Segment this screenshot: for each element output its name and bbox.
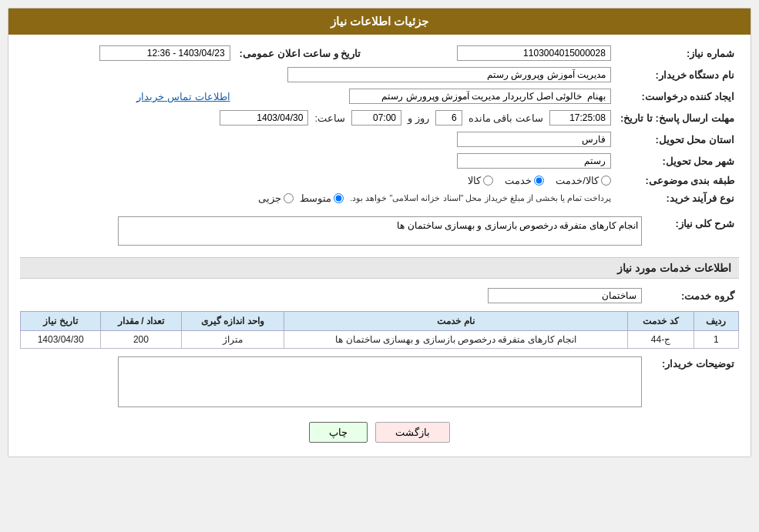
col-date: تاریخ نیاز bbox=[21, 312, 101, 331]
cell-qty: 200 bbox=[101, 331, 181, 349]
table-row: 1 ج-44 انجام کارهای متفرقه درخصوص بازساز… bbox=[21, 331, 739, 349]
deadline-remaining-input bbox=[549, 110, 611, 125]
cell-code: ج-44 bbox=[628, 331, 694, 349]
col-unit: واحد اندازه گیری bbox=[181, 312, 284, 331]
back-button[interactable]: بازگشت bbox=[375, 422, 450, 443]
col-code: کد خدمت bbox=[628, 312, 694, 331]
process-note: پرداخت تمام یا بخشی از مبلغ خریداز محل "… bbox=[350, 193, 611, 203]
services-section-header: اطلاعات خدمات مورد نیاز bbox=[20, 257, 739, 279]
cell-row: 1 bbox=[694, 331, 738, 349]
buyer-desc-textarea[interactable] bbox=[118, 356, 642, 407]
city-input bbox=[457, 153, 611, 169]
deadline-label: مهلت ارسال پاسخ: تا تاریخ: bbox=[616, 107, 739, 129]
category-option-kala[interactable]: کالا bbox=[468, 175, 493, 186]
province-label: استان محل تحویل: bbox=[616, 129, 739, 150]
buyer-org-label: نام دستگاه خریدار: bbox=[616, 64, 739, 85]
need-desc-textarea[interactable]: انجام کارهای متفرقه درخصوص بازسازی و بهس… bbox=[118, 216, 642, 246]
cell-date: 1403/04/30 bbox=[21, 331, 101, 349]
buyer-desc-label: توضیحات خریدار: bbox=[646, 353, 739, 413]
buyer-org-input bbox=[287, 67, 611, 82]
category-option-kala-khedmat[interactable]: کالا/خدمت bbox=[556, 175, 611, 186]
service-group-input bbox=[488, 288, 642, 303]
requester-input bbox=[349, 89, 611, 104]
need-number-label: شماره نیاز: bbox=[616, 42, 739, 64]
need-desc-label: شرح کلی نیاز: bbox=[646, 213, 739, 251]
announce-date-input bbox=[99, 45, 230, 61]
city-label: شهر محل تحویل: bbox=[616, 150, 739, 172]
process-label: نوع فرآیند خرید: bbox=[616, 189, 739, 207]
cell-unit: متراژ bbox=[181, 331, 284, 349]
category-option-khedmat[interactable]: خدمت bbox=[505, 175, 544, 186]
print-button[interactable]: چاپ bbox=[309, 422, 368, 443]
cell-name: انجام کارهای متفرقه درخصوص بازسازی و بهس… bbox=[284, 331, 628, 349]
deadline-day-label: روز و bbox=[408, 112, 429, 124]
deadline-days-input bbox=[435, 110, 462, 125]
need-number-input[interactable] bbox=[457, 45, 611, 61]
col-row: ردیف bbox=[694, 312, 738, 331]
process-option-motavasset[interactable]: متوسط bbox=[300, 192, 344, 204]
col-name: نام خدمت bbox=[284, 312, 628, 331]
button-row: بازگشت چاپ bbox=[20, 413, 739, 449]
deadline-date-input bbox=[220, 110, 308, 125]
announce-date-label: تاریخ و ساعت اعلان عمومی: bbox=[235, 42, 366, 64]
col-qty: تعداد / مقدار bbox=[101, 312, 181, 331]
service-group-label: گروه خدمت: bbox=[646, 285, 739, 306]
requester-label: ایجاد کننده درخواست: bbox=[616, 85, 739, 107]
page-title: جزئیات اطلاعات نیاز bbox=[8, 8, 751, 35]
services-table: ردیف کد خدمت نام خدمت واحد اندازه گیری ت… bbox=[20, 311, 739, 349]
category-label: طبقه بندی موضوعی: bbox=[616, 172, 739, 189]
deadline-time-input bbox=[351, 110, 401, 125]
process-option-jozi[interactable]: جزیی bbox=[258, 192, 294, 204]
province-input bbox=[457, 132, 611, 147]
deadline-remaining-label: ساعت باقی مانده bbox=[468, 112, 543, 124]
contact-link[interactable]: اطلاعات تماس خریدار bbox=[136, 91, 230, 102]
deadline-time-label: ساعت: bbox=[314, 112, 345, 124]
